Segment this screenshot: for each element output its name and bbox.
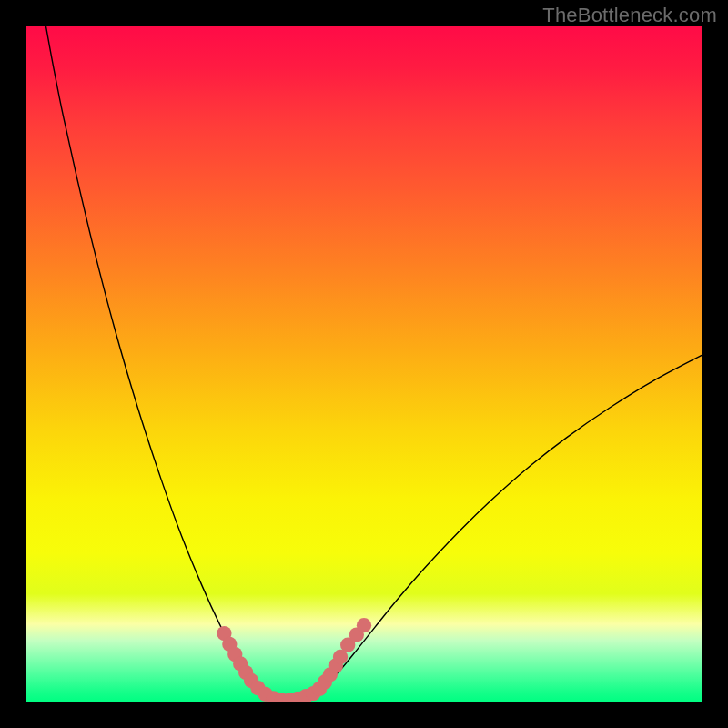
watermark-text: TheBottleneck.com	[542, 4, 717, 27]
marker-point	[357, 618, 371, 632]
chart-svg	[26, 26, 702, 702]
figure-container: TheBottleneck.com	[0, 0, 728, 728]
gradient-background	[26, 26, 702, 702]
plot-area	[26, 26, 702, 702]
